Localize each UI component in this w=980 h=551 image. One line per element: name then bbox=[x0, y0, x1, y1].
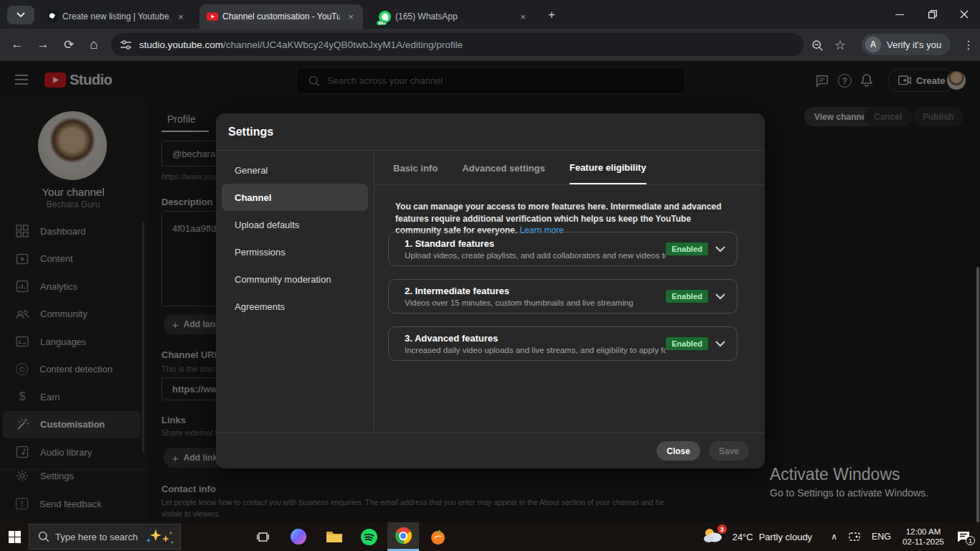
browser-toolbar: ← → ⟳ ⌂ studio.youtube.com/channel/UC4aK… bbox=[0, 29, 980, 61]
tab-basic-info[interactable]: Basic info bbox=[393, 151, 438, 184]
folder-icon bbox=[326, 530, 343, 544]
save-button[interactable]: Save bbox=[709, 441, 749, 461]
browser-tab-channel-customisation[interactable]: Channel customisation - YouTu × bbox=[199, 4, 363, 29]
chrome-icon bbox=[395, 527, 412, 544]
minimize-icon bbox=[895, 14, 904, 15]
verify-profile-button[interactable]: A Verify it's you bbox=[862, 34, 951, 55]
status-badge: Enabled bbox=[666, 242, 708, 255]
clock-time: 12:00 AM bbox=[903, 527, 944, 537]
feature-desc: Videos over 15 minutes, custom thumbnail… bbox=[405, 298, 666, 307]
spotify-button[interactable] bbox=[354, 522, 383, 551]
reload-button[interactable]: ⟳ bbox=[59, 34, 79, 55]
address-bar[interactable]: studio.youtube.com/channel/UC4aKWbcy24yQ… bbox=[111, 33, 804, 56]
fl-studio-button[interactable] bbox=[423, 522, 452, 551]
dialog-title: Settings bbox=[216, 113, 765, 151]
file-explorer-button[interactable] bbox=[320, 522, 349, 551]
start-button[interactable] bbox=[0, 522, 29, 551]
settings-nav: General Channel Upload defaults Permissi… bbox=[216, 151, 374, 433]
feature-card-standard[interactable]: 1. Standard features Upload videos, crea… bbox=[388, 232, 738, 266]
restore-icon bbox=[928, 10, 937, 19]
settings-nav-community-moderation[interactable]: Community moderation bbox=[222, 265, 368, 293]
activate-windows-watermark: Activate Windows Go to Settings to activ… bbox=[770, 465, 928, 499]
youtube-favicon bbox=[207, 11, 218, 22]
settings-nav-channel[interactable]: Channel bbox=[222, 184, 368, 211]
copilot-button[interactable] bbox=[284, 522, 313, 551]
search-highlights-sparkles-icon bbox=[144, 528, 174, 545]
feature-desc: Upload videos, create playlists, and add… bbox=[405, 251, 666, 260]
feature-eligibility-pane: You can manage your access to more featu… bbox=[374, 185, 765, 432]
chrome-button-active[interactable] bbox=[387, 522, 419, 551]
listing-site-favicon bbox=[47, 11, 58, 22]
window-minimize-button[interactable] bbox=[884, 0, 915, 29]
window-close-button[interactable] bbox=[948, 0, 980, 29]
taskbar-search-box[interactable]: Type here to search bbox=[29, 524, 181, 550]
chevron-down-icon bbox=[17, 12, 25, 18]
tray-chevron-up-icon[interactable]: ∧ bbox=[831, 532, 837, 542]
bookmark-star-icon[interactable]: ☆ bbox=[830, 35, 850, 55]
task-view-button[interactable] bbox=[248, 522, 277, 551]
home-button[interactable]: ⌂ bbox=[84, 34, 104, 55]
weather-temp[interactable]: 24°C bbox=[732, 532, 753, 542]
task-view-icon bbox=[257, 531, 269, 543]
verify-label: Verify it's you bbox=[887, 39, 941, 50]
close-icon bbox=[960, 10, 969, 19]
settings-nav-upload-defaults[interactable]: Upload defaults bbox=[222, 211, 368, 238]
close-tab-icon[interactable]: × bbox=[344, 10, 357, 23]
close-tab-icon[interactable]: × bbox=[517, 10, 529, 23]
search-icon bbox=[38, 531, 50, 542]
action-center-button[interactable]: 1 bbox=[957, 531, 970, 542]
settings-dialog: Settings General Channel Upload defaults… bbox=[216, 113, 765, 468]
tab-title: Channel customisation - YouTu bbox=[222, 11, 340, 22]
clock[interactable]: 12:00 AM 02-11-2025 bbox=[903, 527, 944, 547]
status-badge: Enabled bbox=[666, 290, 708, 303]
settings-content: Basic info Advanced settings Feature eli… bbox=[374, 151, 765, 433]
browser-tab-create-listing[interactable]: Create new listing | Youtube, Fa × bbox=[39, 4, 193, 29]
windows-logo-icon bbox=[9, 531, 21, 543]
feature-card-advanced[interactable]: 3. Advanced features Increased daily vid… bbox=[388, 326, 738, 361]
settings-nav-permissions[interactable]: Permissions bbox=[222, 238, 368, 265]
unread-badge: 99+ bbox=[377, 21, 387, 25]
feature-title: 1. Standard features bbox=[405, 238, 666, 249]
weather-condition[interactable]: Partly cloudy bbox=[759, 532, 812, 542]
chevron-down-icon[interactable] bbox=[715, 341, 725, 347]
feature-card-intermediate[interactable]: 2. Intermediate features Videos over 15 … bbox=[388, 279, 738, 314]
tab-advanced-settings[interactable]: Advanced settings bbox=[462, 151, 545, 184]
url-path: /channel/UC4aKWbcy24yQB0twbJxyM1A/editin… bbox=[223, 39, 463, 50]
browser-menu-icon[interactable]: ⋮ bbox=[958, 34, 979, 55]
weather-alert-badge: 3 bbox=[717, 524, 727, 534]
tab-title: Create new listing | Youtube, Fa bbox=[62, 11, 170, 22]
forward-button[interactable]: → bbox=[33, 34, 53, 55]
page-scrollbar[interactable] bbox=[976, 267, 979, 522]
language-indicator[interactable]: ENG bbox=[872, 532, 891, 542]
spotify-icon bbox=[361, 529, 377, 545]
taskbar: Type here to search bbox=[0, 522, 980, 551]
chevron-down-icon[interactable] bbox=[715, 293, 725, 300]
url-host: studio.youtube.com bbox=[139, 39, 223, 50]
back-button[interactable]: ← bbox=[7, 34, 27, 55]
zoom-icon[interactable] bbox=[808, 36, 826, 55]
copilot-icon bbox=[291, 529, 306, 545]
touch-keyboard-icon[interactable] bbox=[849, 532, 860, 542]
settings-nav-general[interactable]: General bbox=[222, 156, 368, 184]
close-tab-icon[interactable]: × bbox=[174, 10, 187, 23]
chevron-down-icon[interactable] bbox=[715, 246, 725, 253]
close-button[interactable]: Close bbox=[656, 441, 700, 461]
feature-desc: Increased daily video uploads and live s… bbox=[405, 346, 666, 354]
status-badge: Enabled bbox=[666, 337, 708, 350]
feature-title: 3. Advanced features bbox=[405, 333, 666, 344]
clock-date: 02-11-2025 bbox=[903, 537, 944, 547]
profile-avatar: A bbox=[865, 37, 881, 52]
window-restore-button[interactable] bbox=[917, 0, 948, 29]
whatsapp-favicon: 99+ bbox=[379, 11, 391, 23]
browser-tab-whatsapp[interactable]: 99+ (165) WhatsApp × bbox=[372, 4, 535, 29]
settings-nav-agreements[interactable]: Agreements bbox=[222, 293, 368, 320]
new-tab-button[interactable]: + bbox=[542, 6, 561, 24]
screen: Create new listing | Youtube, Fa × Chann… bbox=[0, 0, 980, 551]
feature-title: 2. Intermediate features bbox=[405, 286, 666, 296]
tab-feature-eligibility[interactable]: Feature eligibility bbox=[570, 151, 646, 184]
site-settings-icon[interactable] bbox=[120, 39, 132, 51]
weather-icon[interactable]: 3 bbox=[702, 526, 727, 547]
fl-studio-icon bbox=[430, 529, 446, 545]
tab-search-button[interactable] bbox=[7, 6, 34, 24]
notification-count-badge: 1 bbox=[966, 536, 975, 545]
